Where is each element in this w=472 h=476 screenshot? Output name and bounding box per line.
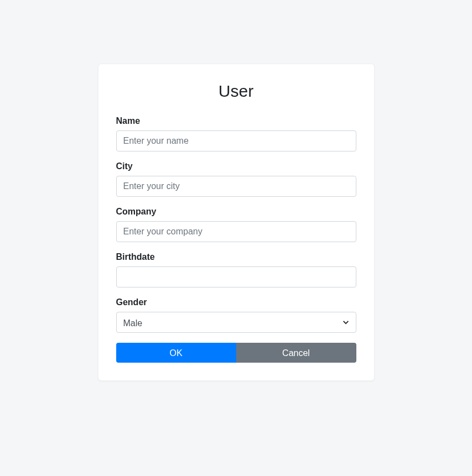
company-label: Company [116, 207, 356, 217]
gender-label: Gender [116, 297, 356, 307]
gender-select-wrapper: Male [116, 312, 356, 333]
form-group-birthdate: Birthdate [116, 252, 356, 287]
button-row: OK Cancel [116, 343, 356, 363]
card-title: User [116, 82, 356, 101]
birthdate-label: Birthdate [116, 252, 356, 262]
company-input[interactable] [116, 221, 356, 242]
city-label: City [116, 161, 356, 171]
ok-button[interactable]: OK [116, 343, 236, 363]
city-input[interactable] [116, 176, 356, 197]
user-form-card: User Name City Company Birthdate Gender … [98, 64, 375, 381]
form-group-company: Company [116, 207, 356, 242]
cancel-button[interactable]: Cancel [236, 343, 356, 363]
form-group-city: City [116, 161, 356, 197]
gender-select[interactable]: Male [116, 312, 356, 333]
form-group-name: Name [116, 116, 356, 151]
name-input[interactable] [116, 130, 356, 151]
form-group-gender: Gender Male [116, 297, 356, 333]
name-label: Name [116, 116, 356, 126]
birthdate-input[interactable] [116, 266, 356, 287]
